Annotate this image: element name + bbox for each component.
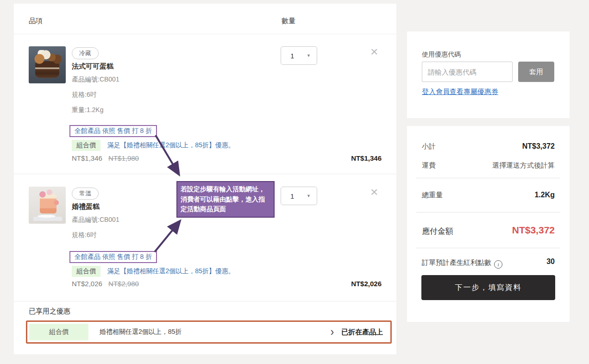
item-divider: [14, 174, 396, 174]
product-spec: 規格:6吋: [72, 231, 97, 239]
applied-promos-title: 已享用之優惠: [29, 307, 70, 316]
order-summary-panel: 小計 NT$3,372 運費 選擇運送方式後計算 總重量 1.2Kg 應付金額 …: [407, 126, 570, 322]
coupon-input[interactable]: [422, 62, 513, 82]
next-step-button[interactable]: 下一步，填寫資料: [421, 275, 555, 300]
quantity-select[interactable]: 1 ▼: [281, 46, 317, 65]
combo-price-badge: 組合價: [72, 140, 100, 151]
combo-discount-row: 組合價 滿足【婚禮相關任選2個以上，85折】優惠。: [72, 140, 235, 151]
shipping-value: 選擇運送方式後計算: [492, 161, 555, 170]
annotation-callout: 若設定步驟有輸入活動網址，消費者可以藉由點擊，進入指定活動商品頁面: [176, 181, 275, 218]
cart-item-french-cocoa-cake: 冷藏 法式可可蛋糕 產品編號:CB001 規格:6吋 重量:1.2Kg 全館產品…: [14, 46, 396, 174]
discounted-price: NT$1,346: [72, 154, 102, 162]
coupon-panel: 使用優惠代碼 套用 登入會員查看專屬優惠券: [407, 31, 570, 118]
summary-divider: [416, 212, 560, 213]
price-row: NT$1,346 NT$1,980: [72, 154, 139, 162]
product-name[interactable]: 法式可可蛋糕: [72, 62, 113, 71]
bonus-points-label: 訂單預計產生紅利點數i: [422, 258, 502, 269]
apply-coupon-button[interactable]: 套用: [518, 62, 554, 82]
promo-status: 已折在產品上: [341, 328, 383, 337]
section-divider: [14, 301, 396, 301]
caret-down-icon: ▼: [307, 53, 311, 58]
quantity-value: 1: [290, 192, 294, 200]
combo-discount-row: 組合價 滿足【婚禮相關任選2個以上，85折】優惠。: [72, 266, 235, 277]
original-price: NT$2,980: [108, 280, 139, 288]
line-total: NT$2,026: [351, 280, 382, 288]
cart-table-header: 品項 數量: [14, 4, 396, 34]
combo-discount-link[interactable]: 滿足【婚禮相關任選2個以上，85折】優惠。: [107, 267, 234, 275]
combo-discount-link[interactable]: 滿足【婚禮相關任選2個以上，85折】優惠。: [107, 141, 234, 149]
payable-value: NT$3,372: [512, 225, 555, 236]
applied-promo-row[interactable]: 組合價 婚禮相關任選2個以上，85折 › 已折在產品上: [26, 320, 392, 344]
promo-description: 婚禮相關任選2個以上，85折: [100, 328, 331, 336]
product-weight: 重量:1.2Kg: [72, 106, 103, 114]
item-column-header: 品項: [29, 17, 43, 25]
product-code: 產品編號:CB001: [72, 216, 119, 224]
discounted-price: NT$2,026: [72, 280, 102, 288]
bonus-points-value: 30: [546, 257, 555, 266]
remove-item-icon[interactable]: ×: [370, 45, 378, 58]
shipping-label: 運費: [422, 161, 436, 170]
chevron-right-icon[interactable]: ›: [331, 326, 334, 338]
price-row: NT$2,026 NT$2,980: [72, 280, 139, 288]
storewide-discount-link[interactable]: 全館產品 依照 售價 打 8 折: [69, 125, 157, 137]
subtotal-value: NT$3,372: [522, 142, 555, 151]
coupon-label: 使用優惠代碼: [422, 50, 461, 59]
caret-down-icon: ▼: [307, 194, 311, 198]
total-weight-value: 1.2Kg: [534, 191, 555, 199]
storewide-discount-link[interactable]: 全館產品 依照 售價 打 8 折: [69, 251, 157, 263]
product-name[interactable]: 婚禮蛋糕: [72, 202, 100, 211]
cart-panel: 品項 數量 冷藏 法式可可蛋糕 產品編號:CB001 規格:6吋 重量:1.2K…: [14, 4, 396, 354]
storage-temp-badge: 常溫: [72, 188, 99, 200]
combo-price-badge: 組合價: [72, 266, 100, 277]
line-total: NT$1,346: [351, 154, 382, 162]
payable-label: 應付金額: [422, 226, 453, 237]
storage-temp-badge: 冷藏: [72, 47, 99, 59]
bonus-points-text: 訂單預計產生紅利點數: [422, 258, 491, 266]
summary-divider: [416, 178, 560, 178]
subtotal-label: 小計: [422, 142, 436, 151]
product-image[interactable]: [29, 187, 66, 224]
summary-divider: [416, 248, 560, 248]
total-weight-label: 總重量: [422, 191, 443, 200]
original-price: NT$1,980: [108, 154, 139, 162]
product-code: 產品編號:CB001: [72, 75, 119, 84]
combo-price-badge: 組合價: [29, 324, 88, 340]
remove-item-icon[interactable]: ×: [370, 186, 378, 199]
info-icon[interactable]: i: [494, 260, 502, 269]
quantity-select[interactable]: 1 ▼: [281, 187, 317, 205]
member-coupons-link[interactable]: 登入會員查看專屬優惠券: [422, 88, 498, 96]
quantity-value: 1: [290, 52, 294, 60]
product-image[interactable]: [29, 46, 66, 83]
product-spec: 規格:6吋: [72, 91, 97, 99]
qty-column-header: 數量: [282, 17, 295, 25]
